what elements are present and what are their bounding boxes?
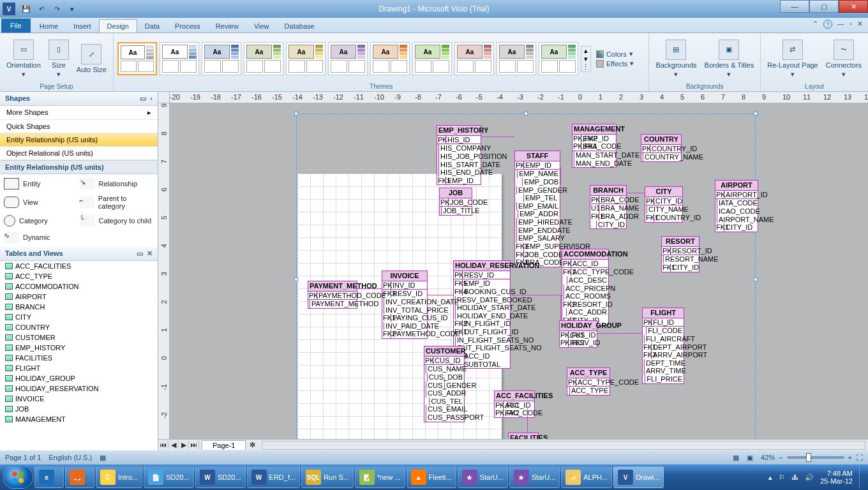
table-row[interactable]: FACILITIES — [0, 353, 158, 363]
view-full-icon[interactable]: ▣ — [747, 454, 753, 462]
connector-line[interactable] — [527, 408, 528, 433]
table-row[interactable]: BRANCH — [0, 302, 158, 312]
connectors-button[interactable]: ⤳Connectors▾ — [823, 38, 864, 80]
shapes-pane-options-icon[interactable]: ▭ — [140, 94, 146, 103]
theme-option-9[interactable]: Aa — [497, 42, 536, 75]
taskbar-clock[interactable]: 7:48 AM25-Mar-12 — [820, 470, 853, 485]
connector-line[interactable] — [597, 333, 642, 334]
tab-design[interactable]: Design — [99, 19, 137, 33]
entity-branch[interactable]: BRANCHPKBRA_CODEU1BRA_NAMEFK1BRA_ADDRCIT… — [590, 185, 627, 229]
theme-effects-button[interactable]: Effects ▾ — [596, 59, 634, 68]
entity-staff[interactable]: STAFFPKEMP_IDEMP_NAMEEMP_DOBEMP_GENDEREM… — [514, 151, 560, 267]
tables-pane-options-icon[interactable]: ▭ — [137, 249, 143, 258]
entity-acc_facilities[interactable]: ACC_FACILITIESPK,FK1ACC_IDPK,FK2FAC_CODE — [494, 390, 535, 418]
more-shapes[interactable]: More Shapes▸ — [0, 106, 158, 120]
doc-close-icon[interactable]: ✕ — [857, 20, 863, 29]
connector-line[interactable] — [627, 193, 645, 193]
connector-line[interactable] — [357, 288, 382, 289]
tray-show-hidden-icon[interactable]: ▴ — [768, 473, 772, 482]
orientation-button[interactable]: ▭Orientation▾ — [4, 38, 43, 80]
entity-resort[interactable]: RESORTPKRESORT_IDRESORT_NAMEFK1CITY_ID — [661, 236, 700, 272]
themes-scroll-up[interactable]: ▴ — [581, 47, 590, 55]
taskbar-item-2[interactable]: CIntro... — [96, 466, 142, 488]
tray-network-icon[interactable]: 🖧 — [791, 473, 798, 481]
entity-accommodation[interactable]: ACCOMMODATIONPKACC_IDFK1ACC_TYPE_CODEACC… — [562, 249, 609, 325]
entity-job[interactable]: JOBPKJOB_CODEJOB_TITLE — [439, 188, 472, 216]
taskbar-item-5[interactable]: WERD_f... — [247, 466, 301, 488]
entity-flight[interactable]: FLIGHTPKFLI_IDFLI_CODEFLI_AIRCRAFTFK1DEP… — [642, 308, 684, 384]
table-row[interactable]: ACC_FACILITIES — [0, 261, 158, 271]
theme-option-6[interactable]: Aa — [370, 42, 410, 75]
size-button[interactable]: ▯Size▾ — [46, 38, 71, 80]
taskbar-item-9[interactable]: ★StarU... — [458, 466, 508, 488]
tab-home[interactable]: Home — [32, 20, 66, 33]
zoom-slider[interactable] — [787, 456, 844, 459]
tray-volume-icon[interactable]: 🔊 — [805, 473, 814, 482]
themes-more[interactable]: ⋮ — [581, 63, 590, 71]
taskbar-item-7[interactable]: 📝*new ... — [355, 466, 405, 488]
object-relational-stencil[interactable]: Object Relational (US units) — [0, 147, 158, 160]
selection-handle[interactable] — [294, 112, 298, 115]
shape-parent-to-category[interactable]: ⌐Parent to category — [80, 195, 154, 210]
table-row[interactable]: MANAGEMENT — [0, 414, 158, 424]
qat-save-button[interactable]: 💾 — [19, 3, 33, 15]
table-row[interactable]: CUSTOMER — [0, 332, 158, 343]
table-row[interactable]: COUNTRY — [0, 322, 158, 332]
entity-facilities[interactable]: FACILITIESPKFAC_CODE — [508, 433, 539, 439]
themes-scroll-down[interactable]: ▾ — [581, 55, 590, 63]
fit-page-button[interactable]: ⛶ — [856, 454, 863, 461]
table-row[interactable]: HOLIDAY_RESERVATION — [0, 383, 158, 394]
backgrounds-button[interactable]: ▤Backgrounds▾ — [653, 38, 699, 80]
table-row[interactable]: EMP_HISTORY — [0, 343, 158, 353]
theme-option-0[interactable]: Aa — [117, 42, 157, 75]
shape-view[interactable]: View — [4, 195, 79, 210]
taskbar-item-6[interactable]: SQLRun S... — [301, 466, 354, 488]
page-tab-1[interactable]: Page-1 — [202, 440, 246, 450]
taskbar-item-1[interactable]: 🦊 — [65, 466, 94, 488]
connector-line[interactable] — [511, 295, 562, 295]
entity-holiday_group[interactable]: HOLIDAY_GROUPPK,FK1CUS_IDPK,FK2RESV_ID — [559, 320, 597, 348]
table-row[interactable]: ACC_TYPE — [0, 271, 158, 281]
page-nav-first[interactable]: ⏮ — [158, 441, 168, 449]
ribbon-minimize-icon[interactable]: ⌃ — [812, 20, 818, 29]
status-macro-icon[interactable]: ▦ — [100, 454, 106, 462]
shapes-pane-chevron-icon[interactable]: ‹ — [150, 94, 153, 103]
connector-line[interactable] — [481, 137, 514, 137]
status-language[interactable]: English (U.S.) — [49, 454, 92, 461]
table-row[interactable]: ACCOMMODATION — [0, 281, 158, 292]
tables-pane-close-icon[interactable]: ✕ — [147, 249, 153, 258]
show-desktop-button[interactable] — [859, 466, 865, 489]
auto-size-button[interactable]: ⤢Auto Size — [74, 43, 109, 75]
entity-payment_method[interactable]: PAYMENT_METHODPKPAYMETHOD_CODEPAYMENT_ME… — [308, 281, 357, 309]
zoom-in-button[interactable]: + — [848, 454, 852, 461]
page-nav-next[interactable]: ▶ — [179, 441, 189, 449]
connector-line[interactable] — [428, 295, 453, 295]
theme-option-8[interactable]: Aa — [454, 42, 494, 75]
entity-airport[interactable]: AIRPORTPKAIRPORT_IDIATA_CODEICAO_CODEAIR… — [715, 180, 758, 232]
drawing-surface[interactable]: EMP_HISTORYPKHIS_IDHIS_COMPANYHIS_JOB_PO… — [170, 103, 868, 439]
close-button[interactable]: ✕ — [839, 0, 868, 13]
selection-handle[interactable] — [294, 278, 298, 281]
qat-redo-button[interactable]: ↷ — [50, 3, 64, 15]
shape-entity[interactable]: Entity — [4, 178, 79, 189]
tab-review[interactable]: Review — [208, 20, 246, 33]
selection-handle[interactable] — [754, 112, 758, 115]
zoom-out-button[interactable]: − — [779, 454, 782, 461]
tab-insert[interactable]: Insert — [66, 20, 99, 33]
view-normal-icon[interactable]: ▦ — [733, 454, 739, 462]
zoom-level[interactable]: 42% — [761, 454, 775, 461]
doc-minimize-icon[interactable]: — — [837, 20, 844, 29]
table-row[interactable]: INVOICE — [0, 394, 158, 404]
entity-country[interactable]: COUNTRYPKCOUNTRY_IDCOUNTRY_NAME — [641, 134, 682, 162]
horizontal-scrollbar[interactable] — [262, 441, 865, 450]
start-button[interactable] — [3, 466, 33, 489]
quick-shapes[interactable]: Quick Shapes — [0, 120, 158, 133]
minimize-button[interactable]: — — [780, 0, 809, 13]
relayout-button[interactable]: ⇄Re-Layout Page▾ — [765, 38, 821, 80]
help-icon[interactable]: ? — [823, 20, 832, 29]
theme-option-4[interactable]: Aa — [286, 42, 326, 75]
entity-city[interactable]: CITYPKCITY_IDCITY_NAMEFK1COUNTRY_ID — [645, 186, 683, 223]
borders-titles-button[interactable]: ▣Borders & Titles▾ — [702, 38, 757, 80]
theme-option-5[interactable]: Aa — [328, 42, 368, 75]
qat-customize-button[interactable]: ▾ — [65, 3, 79, 15]
